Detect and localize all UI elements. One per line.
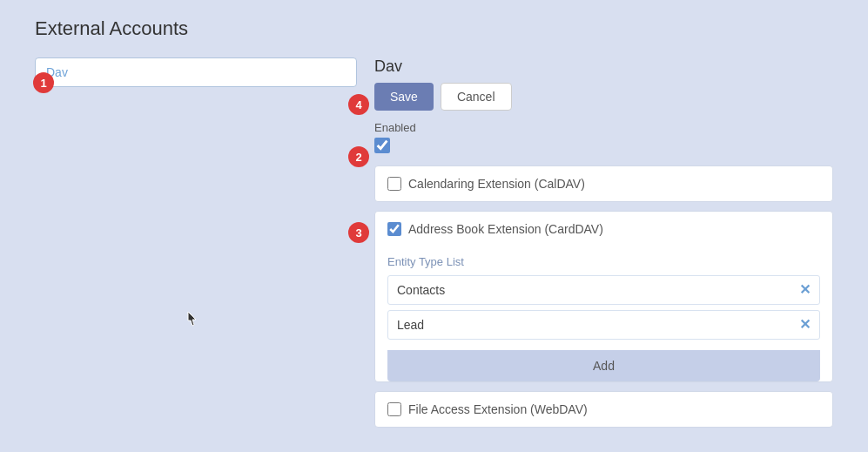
page-title: External Accounts [35, 17, 833, 40]
page-container: 1 4 2 3 External Accounts Dav Save Cance… [0, 0, 868, 452]
enabled-checkbox[interactable] [374, 138, 390, 153]
caldav-extension: Calendaring Extension (CalDAV) [374, 165, 833, 202]
entity-name-lead: Lead [397, 318, 424, 332]
button-row: Save Cancel [374, 83, 833, 111]
save-button[interactable]: Save [374, 83, 434, 111]
enabled-label: Enabled [374, 121, 833, 134]
table-row: Lead ✕ [387, 310, 820, 340]
carddav-label: Address Book Extension (CardDAV) [408, 222, 603, 236]
webdav-label: File Access Extension (WebDAV) [408, 402, 588, 416]
carddav-checkbox[interactable] [387, 222, 401, 236]
annotation-4: 4 [348, 94, 369, 115]
add-entity-button[interactable]: Add [387, 350, 820, 381]
caldav-label: Calendaring Extension (CalDAV) [408, 177, 585, 191]
caldav-checkbox[interactable] [387, 177, 401, 191]
caldav-row: Calendaring Extension (CalDAV) [387, 177, 820, 191]
carddav-extension: Address Book Extension (CardDAV) Entity … [374, 211, 833, 382]
table-row: Contacts ✕ [387, 275, 820, 305]
carddav-row: Address Book Extension (CardDAV) [387, 222, 820, 236]
enabled-section: Enabled [374, 121, 833, 153]
main-content: Dav Save Cancel Enabled Calendaring Exte… [35, 57, 833, 436]
remove-contacts-button[interactable]: ✕ [799, 283, 811, 297]
cancel-button[interactable]: Cancel [441, 83, 512, 111]
annotation-2: 2 [348, 146, 369, 167]
account-name-input[interactable] [35, 57, 357, 87]
annotation-3: 3 [348, 222, 369, 243]
annotation-1: 1 [33, 72, 54, 93]
entity-type-title: Entity Type List [387, 255, 820, 268]
entity-type-section: Entity Type List Contacts ✕ Lead ✕ Add [387, 246, 820, 381]
section-title: Dav [374, 57, 833, 76]
webdav-row: File Access Extension (WebDAV) [387, 402, 820, 416]
webdav-checkbox[interactable] [387, 402, 401, 416]
webdav-extension: File Access Extension (WebDAV) [374, 391, 833, 428]
right-panel: Dav Save Cancel Enabled Calendaring Exte… [374, 57, 833, 436]
entity-name-contacts: Contacts [397, 283, 445, 297]
remove-lead-button[interactable]: ✕ [799, 318, 811, 332]
left-panel [35, 57, 357, 87]
